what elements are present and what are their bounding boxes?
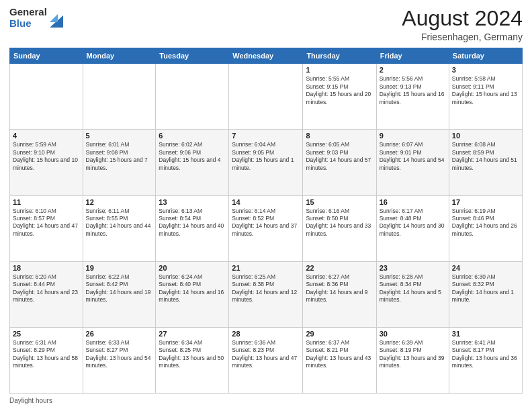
calendar-day-cell: 28Sunrise: 6:36 AM Sunset: 8:23 PM Dayli… [229, 327, 303, 393]
calendar-day-cell [10, 64, 83, 130]
day-number: 17 [452, 198, 519, 206]
day-number: 22 [306, 264, 373, 272]
calendar-day-cell: 25Sunrise: 6:31 AM Sunset: 8:29 PM Dayli… [10, 327, 83, 393]
day-number: 27 [159, 330, 226, 338]
calendar-day-cell: 26Sunrise: 6:33 AM Sunset: 8:27 PM Dayli… [83, 327, 156, 393]
calendar-day-cell: 9Sunrise: 6:07 AM Sunset: 9:01 PM Daylig… [376, 130, 449, 195]
calendar-day-cell: 11Sunrise: 6:10 AM Sunset: 8:57 PM Dayli… [10, 195, 83, 261]
day-number: 20 [159, 264, 226, 272]
day-number: 23 [380, 264, 446, 272]
calendar-header-row: SundayMondayTuesdayWednesdayThursdayFrid… [10, 48, 523, 64]
calendar-header-cell: Tuesday [156, 48, 229, 64]
day-number: 30 [380, 330, 446, 338]
day-number: 4 [13, 132, 80, 140]
day-info: Sunrise: 5:58 AM Sunset: 9:11 PM Dayligh… [452, 75, 519, 106]
day-info: Sunrise: 6:27 AM Sunset: 8:36 PM Dayligh… [306, 273, 373, 304]
calendar-day-cell: 24Sunrise: 6:30 AM Sunset: 8:32 PM Dayli… [449, 261, 522, 327]
day-info: Sunrise: 5:56 AM Sunset: 9:13 PM Dayligh… [380, 75, 446, 106]
day-number: 31 [452, 330, 519, 338]
calendar-header-cell: Monday [83, 48, 156, 64]
calendar-day-cell: 1Sunrise: 5:55 AM Sunset: 9:15 PM Daylig… [303, 64, 376, 130]
calendar-day-cell: 16Sunrise: 6:17 AM Sunset: 8:48 PM Dayli… [376, 195, 449, 261]
calendar-day-cell: 22Sunrise: 6:27 AM Sunset: 8:36 PM Dayli… [303, 261, 376, 327]
day-info: Sunrise: 6:22 AM Sunset: 8:42 PM Dayligh… [86, 273, 153, 304]
calendar-day-cell: 31Sunrise: 6:41 AM Sunset: 8:17 PM Dayli… [449, 327, 522, 393]
day-number: 13 [159, 198, 226, 206]
calendar-day-cell: 7Sunrise: 6:04 AM Sunset: 9:05 PM Daylig… [229, 130, 303, 195]
day-info: Sunrise: 6:24 AM Sunset: 8:40 PM Dayligh… [159, 273, 226, 304]
calendar-day-cell: 13Sunrise: 6:13 AM Sunset: 8:54 PM Dayli… [156, 195, 229, 261]
calendar-week-row: 4Sunrise: 5:59 AM Sunset: 9:10 PM Daylig… [10, 130, 523, 195]
logo-text: General Blue [9, 7, 47, 29]
day-info: Sunrise: 6:36 AM Sunset: 8:23 PM Dayligh… [232, 339, 300, 370]
day-number: 11 [13, 198, 80, 206]
day-info: Sunrise: 6:19 AM Sunset: 8:46 PM Dayligh… [452, 208, 519, 238]
calendar-header-cell: Wednesday [229, 48, 303, 64]
calendar-header-cell: Friday [376, 48, 449, 64]
calendar-day-cell [83, 64, 156, 130]
calendar-day-cell: 15Sunrise: 6:16 AM Sunset: 8:50 PM Dayli… [303, 195, 376, 261]
title-block: August 2024 Friesenhagen, Germany [402, 7, 523, 42]
day-number: 29 [306, 330, 373, 338]
day-info: Sunrise: 5:55 AM Sunset: 9:15 PM Dayligh… [306, 75, 373, 106]
day-number: 21 [232, 264, 300, 272]
calendar-day-cell: 21Sunrise: 6:25 AM Sunset: 8:38 PM Dayli… [229, 261, 303, 327]
day-info: Sunrise: 6:10 AM Sunset: 8:57 PM Dayligh… [13, 208, 80, 238]
title-month: August 2024 [402, 7, 523, 30]
day-number: 1 [306, 66, 373, 74]
day-info: Sunrise: 6:04 AM Sunset: 9:05 PM Dayligh… [232, 141, 300, 172]
calendar-header-cell: Sunday [10, 48, 83, 64]
calendar-day-cell: 4Sunrise: 5:59 AM Sunset: 9:10 PM Daylig… [10, 130, 83, 195]
day-info: Sunrise: 6:33 AM Sunset: 8:27 PM Dayligh… [86, 339, 153, 370]
day-number: 8 [306, 132, 373, 140]
day-number: 24 [452, 264, 519, 272]
calendar-day-cell: 3Sunrise: 5:58 AM Sunset: 9:11 PM Daylig… [449, 64, 522, 130]
page: General Blue August 2024 Friesenhagen, G… [0, 0, 532, 411]
logo-general: General [9, 7, 47, 18]
day-number: 2 [380, 66, 446, 74]
day-number: 16 [380, 198, 446, 206]
logo: General Blue [9, 7, 63, 29]
day-info: Sunrise: 6:14 AM Sunset: 8:52 PM Dayligh… [232, 208, 300, 238]
logo-blue: Blue [9, 18, 47, 30]
logo-icon [50, 9, 63, 28]
day-number: 14 [232, 198, 300, 206]
calendar-header-cell: Thursday [303, 48, 376, 64]
day-info: Sunrise: 6:01 AM Sunset: 9:08 PM Dayligh… [86, 141, 153, 172]
day-number: 10 [452, 132, 519, 140]
calendar-header-cell: Saturday [449, 48, 522, 64]
day-info: Sunrise: 6:13 AM Sunset: 8:54 PM Dayligh… [159, 208, 226, 238]
calendar-week-row: 1Sunrise: 5:55 AM Sunset: 9:15 PM Daylig… [10, 64, 523, 130]
calendar-day-cell: 12Sunrise: 6:11 AM Sunset: 8:55 PM Dayli… [83, 195, 156, 261]
svg-marker-1 [50, 14, 58, 22]
calendar-body: 1Sunrise: 5:55 AM Sunset: 9:15 PM Daylig… [10, 64, 523, 394]
day-info: Sunrise: 6:07 AM Sunset: 9:01 PM Dayligh… [380, 141, 446, 172]
calendar-day-cell: 17Sunrise: 6:19 AM Sunset: 8:46 PM Dayli… [449, 195, 522, 261]
calendar-week-row: 25Sunrise: 6:31 AM Sunset: 8:29 PM Dayli… [10, 327, 523, 393]
day-info: Sunrise: 6:08 AM Sunset: 8:59 PM Dayligh… [452, 141, 519, 172]
calendar-day-cell: 30Sunrise: 6:39 AM Sunset: 8:19 PM Dayli… [376, 327, 449, 393]
day-info: Sunrise: 5:59 AM Sunset: 9:10 PM Dayligh… [13, 141, 80, 172]
day-number: 19 [86, 264, 153, 272]
day-number: 7 [232, 132, 300, 140]
calendar-week-row: 18Sunrise: 6:20 AM Sunset: 8:44 PM Dayli… [10, 261, 523, 327]
calendar-week-row: 11Sunrise: 6:10 AM Sunset: 8:57 PM Dayli… [10, 195, 523, 261]
header: General Blue August 2024 Friesenhagen, G… [9, 7, 523, 42]
day-info: Sunrise: 6:30 AM Sunset: 8:32 PM Dayligh… [452, 273, 519, 304]
day-number: 26 [86, 330, 153, 338]
day-number: 28 [232, 330, 300, 338]
calendar-day-cell: 5Sunrise: 6:01 AM Sunset: 9:08 PM Daylig… [83, 130, 156, 195]
day-info: Sunrise: 6:25 AM Sunset: 8:38 PM Dayligh… [232, 273, 300, 304]
day-number: 18 [13, 264, 80, 272]
calendar-day-cell: 8Sunrise: 6:05 AM Sunset: 9:03 PM Daylig… [303, 130, 376, 195]
day-info: Sunrise: 6:28 AM Sunset: 8:34 PM Dayligh… [380, 273, 446, 304]
calendar-table: SundayMondayTuesdayWednesdayThursdayFrid… [9, 48, 523, 394]
day-info: Sunrise: 6:20 AM Sunset: 8:44 PM Dayligh… [13, 273, 80, 304]
calendar-day-cell [229, 64, 303, 130]
day-number: 5 [86, 132, 153, 140]
day-info: Sunrise: 6:05 AM Sunset: 9:03 PM Dayligh… [306, 141, 373, 172]
calendar-day-cell: 14Sunrise: 6:14 AM Sunset: 8:52 PM Dayli… [229, 195, 303, 261]
day-info: Sunrise: 6:02 AM Sunset: 9:06 PM Dayligh… [159, 141, 226, 172]
day-info: Sunrise: 6:34 AM Sunset: 8:25 PM Dayligh… [159, 339, 226, 370]
day-info: Sunrise: 6:41 AM Sunset: 8:17 PM Dayligh… [452, 339, 519, 370]
